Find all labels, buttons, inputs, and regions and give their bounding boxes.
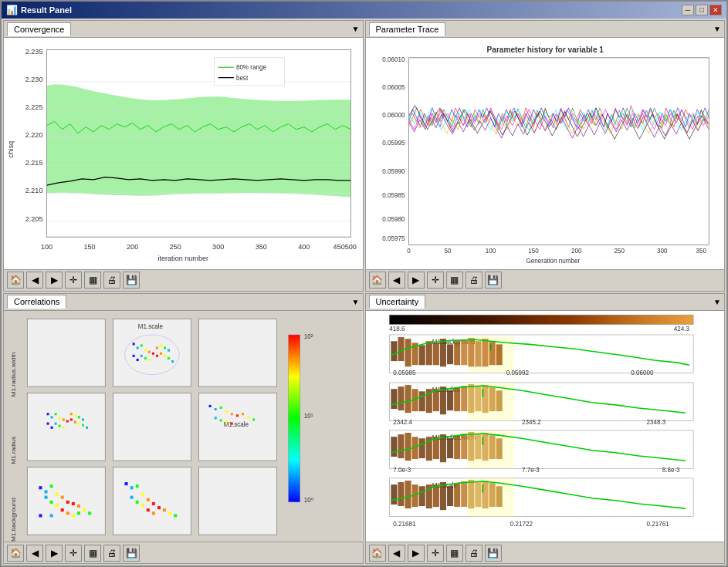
svg-rect-111: [231, 413, 233, 415]
window-title: Result Panel: [21, 5, 72, 15]
svg-rect-104: [113, 393, 191, 461]
trace-print-button[interactable]: 🖨: [466, 272, 483, 289]
svg-rect-93: [82, 424, 84, 426]
conv-print-button[interactable]: 🖨: [103, 272, 120, 289]
svg-rect-81: [168, 349, 170, 351]
uncertainty-tab[interactable]: Uncertainty: [369, 295, 426, 309]
svg-rect-200: [461, 386, 467, 411]
window-icon: 📊: [6, 5, 18, 15]
corr-home-button[interactable]: 🏠: [7, 545, 24, 562]
svg-rect-58: [27, 319, 105, 386]
svg-rect-115: [252, 418, 255, 420]
svg-rect-197: [439, 386, 445, 414]
correlations-tab[interactable]: Correlations: [7, 295, 66, 309]
svg-rect-79: [160, 344, 162, 346]
svg-rect-215: [405, 433, 411, 461]
svg-rect-135: [66, 511, 69, 515]
svg-rect-245: [454, 483, 460, 507]
svg-rect-221: [447, 438, 453, 458]
corr-forward-button[interactable]: ▶: [46, 545, 63, 562]
maximize-button[interactable]: □: [696, 5, 708, 15]
svg-text:150: 150: [83, 243, 95, 251]
svg-rect-142: [130, 486, 134, 489]
conv-forward-button[interactable]: ▶: [46, 272, 63, 289]
svg-rect-169: [405, 339, 411, 366]
correlations-dropdown[interactable]: ▼: [352, 298, 360, 306]
svg-rect-131: [45, 495, 48, 498]
svg-rect-103: [82, 418, 84, 420]
correlations-svg: M1.radius.width M1.radius M1.background …: [4, 311, 363, 542]
svg-rect-119: [231, 422, 233, 424]
svg-rect-155: [152, 511, 155, 515]
trace-home-button[interactable]: 🏠: [369, 272, 386, 289]
svg-rect-172: [425, 341, 432, 365]
convergence-panel-header: Convergence ▼: [4, 21, 363, 38]
svg-rect-196: [432, 389, 438, 411]
conv-select-button[interactable]: ▦: [84, 272, 101, 289]
svg-text:2.220: 2.220: [25, 131, 43, 139]
svg-rect-244: [447, 486, 453, 506]
trace-pan-button[interactable]: ✛: [427, 272, 444, 289]
trace-forward-button[interactable]: ▶: [408, 272, 425, 289]
uncert-select-button[interactable]: ▦: [446, 545, 463, 562]
svg-rect-74: [144, 356, 147, 359]
parameter-trace-toolbar: 🏠 ◀ ▶ ✛ ▦ 🖨 💾: [366, 269, 725, 291]
uncertainty-dropdown[interactable]: ▼: [713, 298, 721, 306]
uncert-forward-button[interactable]: ▶: [408, 545, 425, 562]
uncert-back-button[interactable]: ◀: [388, 545, 405, 562]
svg-text:10⁰: 10⁰: [304, 496, 313, 503]
svg-rect-92: [78, 422, 80, 424]
uncert-pan-button[interactable]: ✛: [427, 545, 444, 562]
svg-text:250: 250: [614, 248, 625, 255]
minimize-button[interactable]: ─: [682, 5, 694, 15]
trace-back-button[interactable]: ◀: [388, 272, 405, 289]
svg-text:2.210: 2.210: [25, 187, 43, 194]
conv-back-button[interactable]: ◀: [26, 272, 43, 289]
svg-rect-73: [141, 354, 143, 356]
svg-text:150: 150: [528, 248, 539, 255]
svg-rect-102: [78, 416, 80, 418]
svg-rect-240: [418, 486, 425, 506]
svg-rect-89: [66, 420, 69, 422]
svg-text:0.05985: 0.05985: [382, 191, 405, 198]
convergence-dropdown[interactable]: ▼: [352, 25, 360, 33]
trace-save-button[interactable]: 💾: [485, 272, 502, 289]
svg-rect-100: [70, 413, 73, 415]
uncert-save-button[interactable]: 💾: [485, 545, 502, 562]
svg-rect-122: [45, 490, 48, 493]
svg-rect-127: [72, 501, 75, 505]
svg-rect-246: [461, 481, 467, 507]
svg-text:50: 50: [444, 248, 451, 255]
svg-rect-99: [47, 422, 49, 424]
svg-rect-143: [136, 484, 139, 488]
correlations-panel: Correlations ▼ M1.radius.width M1.radius…: [3, 293, 364, 565]
svg-rect-151: [130, 495, 134, 498]
corr-back-button[interactable]: ◀: [26, 545, 43, 562]
svg-rect-149: [168, 511, 171, 515]
svg-text:0.05992: 0.05992: [506, 369, 529, 376]
uncert-home-button[interactable]: 🏠: [369, 545, 386, 562]
close-button[interactable]: ✕: [709, 5, 722, 15]
uncert-print-button[interactable]: 🖨: [466, 545, 483, 562]
convergence-tab[interactable]: Convergence: [7, 22, 71, 36]
parameter-trace-plot: Parameter history for variable 1 0.06010…: [366, 38, 725, 269]
svg-text:0.06000: 0.06000: [382, 112, 405, 119]
svg-rect-192: [405, 385, 411, 413]
corr-select-button[interactable]: ▦: [84, 545, 101, 562]
svg-rect-78: [156, 346, 158, 349]
svg-rect-110: [225, 410, 228, 413]
parameter-trace-dropdown[interactable]: ▼: [713, 25, 721, 33]
svg-rect-85: [51, 416, 53, 418]
corr-save-button[interactable]: 💾: [123, 545, 140, 562]
parameter-trace-tab[interactable]: Parameter Trace: [369, 22, 446, 36]
corr-print-button[interactable]: 🖨: [103, 545, 120, 562]
corr-pan-button[interactable]: ✛: [65, 545, 82, 562]
svg-rect-153: [141, 503, 144, 506]
svg-text:0.05975: 0.05975: [382, 235, 405, 242]
conv-home-button[interactable]: 🏠: [7, 272, 24, 289]
svg-rect-90: [70, 418, 73, 420]
trace-select-button[interactable]: ▦: [446, 272, 463, 289]
conv-save-button[interactable]: 💾: [123, 272, 140, 289]
conv-pan-button[interactable]: ✛: [65, 272, 82, 289]
svg-rect-101: [74, 414, 76, 417]
